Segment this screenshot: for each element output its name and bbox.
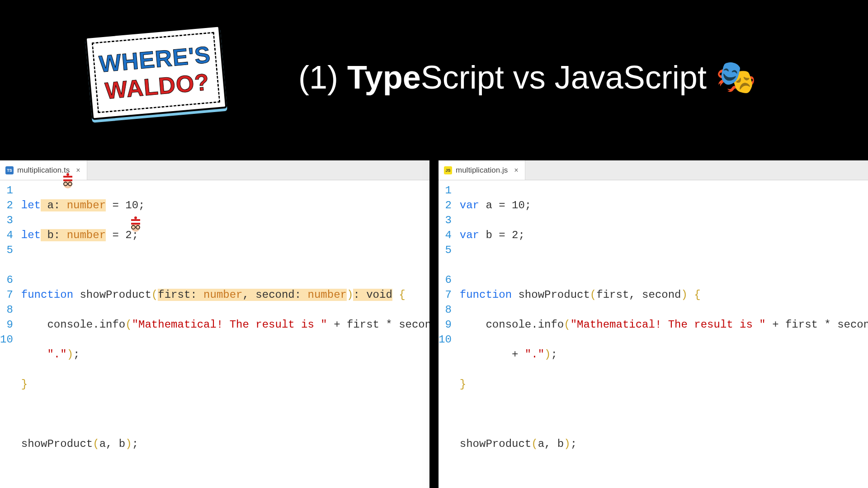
ts-file-icon: TS	[5, 166, 14, 174]
slide-title: (1) TypeScript vs JavaScript 🎭	[298, 58, 756, 96]
typescript-pane: TS multiplication.ts × 12345678910 let a…	[0, 160, 429, 488]
file-tab-js[interactable]: JS multiplication.js ×	[439, 160, 525, 180]
waldo-character-icon	[127, 216, 145, 234]
svg-point-13	[134, 216, 137, 219]
code-editor-ts[interactable]: 12345678910 let a: number = 10; let b: n…	[0, 180, 429, 488]
gutter-ts: 12345678910	[0, 183, 21, 488]
js-file-icon: JS	[444, 166, 452, 174]
code-body-ts: let a: number = 10; let b: number = 2; f…	[21, 183, 429, 488]
svg-rect-9	[131, 221, 140, 223]
tab-bar-right: JS multiplication.js ×	[439, 160, 868, 180]
tab-filename-js: multiplication.js	[456, 166, 508, 175]
gutter-js: 12345678910	[439, 183, 460, 488]
wheres-waldo-logo: WHERE'S WALDO?	[85, 25, 227, 120]
title-bold: Type	[347, 59, 421, 95]
svg-rect-2	[63, 178, 72, 179]
code-panes: TS multiplication.ts × 12345678910 let a…	[0, 160, 868, 488]
title-prefix: (1)	[298, 59, 347, 95]
svg-rect-10	[131, 223, 140, 225]
svg-rect-8	[131, 219, 140, 221]
title-mid: Script vs JavaScript	[421, 59, 707, 95]
js-extension-label: .js	[434, 371, 868, 427]
close-icon[interactable]: ×	[514, 166, 518, 174]
svg-rect-1	[63, 176, 72, 178]
javascript-pane: JS multiplication.js × 12345678910 var a…	[439, 160, 868, 488]
svg-point-6	[66, 173, 69, 176]
extension-labels: .ts .js	[0, 371, 868, 427]
code-body-js: var a = 10; var b = 2; function showProd…	[460, 183, 868, 488]
waldo-character-icon	[59, 172, 77, 190]
svg-rect-3	[63, 179, 72, 181]
code-editor-js[interactable]: 12345678910 var a = 10; var b = 2; funct…	[439, 180, 868, 488]
theater-masks-icon: 🎭	[716, 58, 756, 96]
ts-extension-label: .ts	[0, 371, 434, 427]
